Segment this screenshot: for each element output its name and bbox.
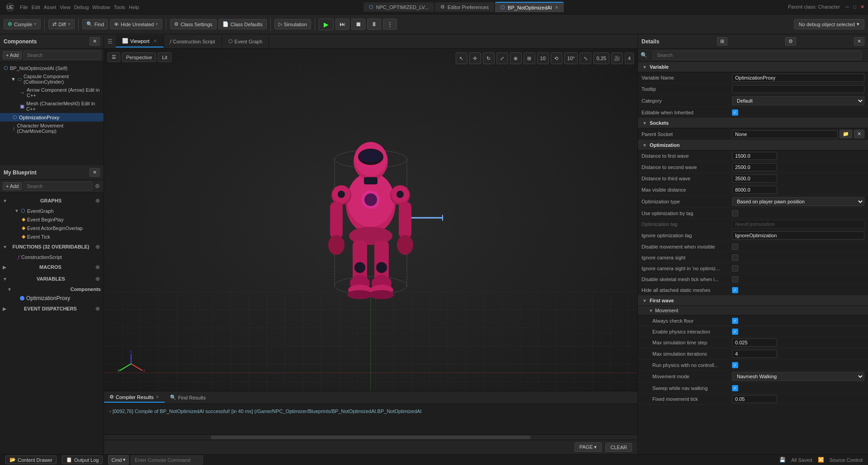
- fixed-movement-tick-input[interactable]: [732, 395, 777, 403]
- scale-snap-btn[interactable]: ⤡: [580, 52, 591, 64]
- event-tick-item[interactable]: ◆ Event Tick: [0, 232, 104, 241]
- tab-npc-optimized[interactable]: ⬡ NPC_OPTIMIZED_LV...: [363, 2, 434, 12]
- viewport-menu-btn[interactable]: ☰: [108, 52, 120, 62]
- disable-skel-checkbox[interactable]: [732, 276, 738, 282]
- menu-help[interactable]: Help: [129, 5, 139, 10]
- max-visible-input[interactable]: [732, 186, 777, 194]
- play-skip-button[interactable]: ⏭: [335, 19, 349, 30]
- details-close-btn[interactable]: ✕: [854, 37, 864, 46]
- add-macro-btn[interactable]: ⊕: [94, 263, 101, 271]
- compile-button[interactable]: ⚙ Compile ▾: [4, 19, 41, 29]
- diff-button[interactable]: ⇄ Diff ▾: [48, 19, 74, 29]
- debug-selector[interactable]: No debug object selected ▾: [794, 19, 864, 29]
- event-graph-tab[interactable]: ⬡ Event Graph: [222, 36, 269, 47]
- content-drawer-btn[interactable]: 📂 Content Drawer: [5, 456, 57, 464]
- tree-item-capsule[interactable]: ▼ ⬭ Capsule Component (CollisionCylinder…: [0, 72, 104, 86]
- scrollbar-thumb[interactable]: [211, 436, 531, 439]
- max-sim-iterations-input[interactable]: [732, 350, 777, 358]
- tooltip-input[interactable]: [732, 85, 864, 93]
- ignore-opt-tag-input[interactable]: [732, 231, 864, 240]
- socket-clear-btn[interactable]: ✕: [854, 130, 864, 138]
- clear-button[interactable]: CLEAR: [605, 443, 632, 452]
- my-bp-settings-btn[interactable]: ⚙: [94, 182, 101, 190]
- graphs-section-header[interactable]: ▼ GRAPHS ⊕: [0, 195, 104, 207]
- compiler-results-tab[interactable]: ⚙ Compiler Results ✕: [104, 392, 165, 403]
- construction-script-item[interactable]: 𝑓 ConstructionScript: [0, 253, 104, 261]
- win-close[interactable]: ✕: [860, 4, 864, 9]
- run-physics-checkbox[interactable]: ✓: [732, 362, 738, 368]
- components-close-btn[interactable]: ✕: [90, 37, 100, 46]
- dist-second-input[interactable]: [732, 163, 777, 171]
- class-settings-button[interactable]: ⚙ Class Settings: [170, 19, 216, 29]
- tree-item-arrow[interactable]: → Arrow Component (Arrow) Edit in C++: [0, 86, 104, 99]
- snap-btn[interactable]: ⊞: [524, 52, 535, 64]
- tabs-menu-btn[interactable]: ☰: [104, 36, 116, 47]
- macros-section-header[interactable]: ▶ MACROS ⊕: [0, 261, 104, 273]
- variables-section-header[interactable]: ▼ VARIABLES ⊕: [0, 273, 104, 285]
- scale-tool-btn[interactable]: ⤢: [496, 52, 508, 64]
- movement-sub-header[interactable]: ▼ Movement: [638, 306, 868, 315]
- details-search-input[interactable]: [653, 51, 862, 60]
- page-button[interactable]: PAGE ▾: [575, 442, 602, 452]
- menu-debug[interactable]: Debug: [74, 5, 89, 10]
- hide-unrelated-button[interactable]: 👁 Hide Unrelated ▾: [110, 19, 162, 29]
- win-minimize[interactable]: ─: [845, 4, 849, 9]
- find-results-tab[interactable]: 🔍 Find Results: [165, 393, 211, 402]
- construction-script-tab[interactable]: 𝑓 Construction Script: [164, 36, 222, 47]
- dist-first-input[interactable]: [732, 152, 777, 160]
- functions-section-header[interactable]: ▼ FUNCTIONS (32 OVERRIDABLE) ⊕: [0, 241, 104, 253]
- sockets-section-header[interactable]: ▼ Sockets: [638, 118, 868, 128]
- output-log-btn[interactable]: 📋 Output Log: [62, 456, 103, 464]
- details-settings-btn[interactable]: ⚙: [785, 37, 796, 46]
- menu-view[interactable]: View: [60, 5, 71, 10]
- win-maximize[interactable]: □: [853, 4, 856, 9]
- editable-value[interactable]: ✓: [732, 109, 864, 116]
- tab-bp-not-optimized[interactable]: ⬡ BP_NotOptimizedAI ✕: [495, 2, 564, 12]
- event-graph-item[interactable]: ▼ ⬡ EventGraph: [0, 207, 104, 215]
- tree-item-optimization-proxy[interactable]: ⬡ OptimizationProxy: [0, 113, 104, 122]
- menu-edit[interactable]: Edit: [32, 5, 40, 10]
- add-function-btn[interactable]: ⊕: [94, 243, 101, 251]
- compiler-results-close[interactable]: ✕: [156, 395, 159, 399]
- angle-val-btn[interactable]: 10°: [564, 52, 578, 64]
- menu-tools[interactable]: Tools: [113, 5, 125, 10]
- add-variable-btn[interactable]: ⊕: [94, 275, 101, 283]
- find-button[interactable]: 🔍 Find: [82, 19, 108, 29]
- tab-editor-preferences[interactable]: ⚙ Editor Preferences: [435, 2, 494, 12]
- menu-asset[interactable]: Asset: [44, 5, 57, 10]
- my-bp-add-button[interactable]: + Add: [3, 182, 22, 190]
- world-tool-btn[interactable]: ⊕: [510, 52, 522, 64]
- stop-button[interactable]: ⏹: [351, 19, 365, 30]
- first-wave-section-header[interactable]: ▼ First wave: [638, 296, 868, 306]
- always-check-checkbox[interactable]: ✓: [732, 318, 738, 324]
- diff-dropdown[interactable]: ▾: [68, 21, 71, 27]
- cmd-dropdown-btn[interactable]: Cmd ▾: [108, 455, 128, 465]
- add-component-button[interactable]: + Add: [3, 51, 22, 59]
- movement-mode-select[interactable]: Navmesh Walking: [732, 372, 864, 381]
- my-bp-search-input[interactable]: [24, 182, 92, 191]
- bottom-scrollbar[interactable]: [104, 434, 637, 440]
- hide-static-checkbox[interactable]: ✓: [732, 287, 738, 293]
- socket-browse-btn[interactable]: 📁: [840, 130, 852, 138]
- disable-movement-checkbox[interactable]: [732, 244, 738, 250]
- viewport-tab[interactable]: ⬜ Viewport ✕: [116, 35, 164, 47]
- class-defaults-button[interactable]: 📄 Class Defaults: [218, 19, 267, 29]
- event-actor-overlap-item[interactable]: ◆ Event ActorBeginOverlap: [0, 224, 104, 232]
- menu-window[interactable]: Window: [92, 5, 110, 10]
- hide-dropdown[interactable]: ▾: [156, 21, 158, 27]
- add-graph-btn[interactable]: ⊕: [94, 197, 101, 205]
- rotate-tool-btn[interactable]: ↻: [483, 52, 495, 64]
- editable-checkbox[interactable]: ✓: [732, 109, 738, 116]
- event-dispatchers-section[interactable]: ▶ EVENT DISPATCHERS ⊕: [0, 303, 104, 315]
- camera-val-btn[interactable]: 4: [625, 52, 634, 64]
- compile-dropdown[interactable]: ▾: [34, 21, 37, 27]
- optimization-proxy-var[interactable]: OptimizationProxy: [0, 294, 104, 303]
- viewport-tab-close[interactable]: ✕: [153, 38, 157, 43]
- tree-item-mesh[interactable]: ▣ Mesh (CharacterMesh0) Edit in C++: [0, 99, 104, 113]
- event-begin-play-item[interactable]: ◆ Event BeginPlay: [0, 215, 104, 224]
- scale-val-btn[interactable]: 0,25: [593, 52, 609, 64]
- components-search-input[interactable]: [24, 51, 101, 60]
- camera-speed-btn[interactable]: 🎥: [611, 52, 623, 64]
- ignore-camera-checkbox[interactable]: [732, 254, 738, 261]
- angle-btn[interactable]: ⟲: [551, 52, 562, 64]
